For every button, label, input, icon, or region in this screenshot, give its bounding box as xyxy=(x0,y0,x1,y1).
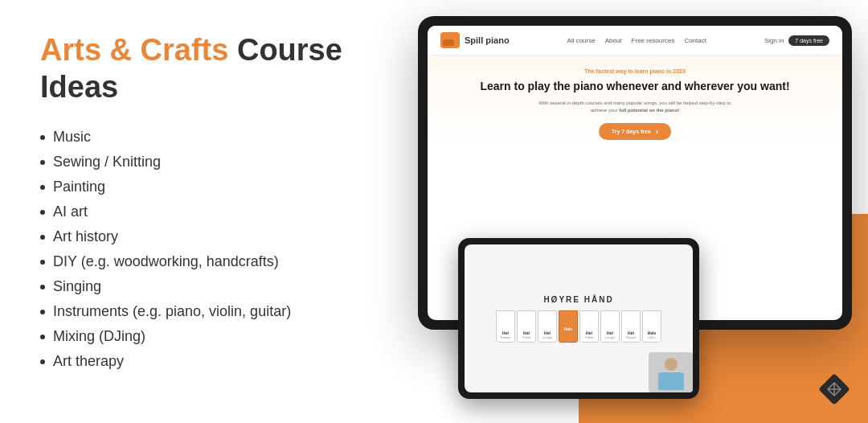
piano-key-6: Hel Lengst xyxy=(600,310,620,343)
bullet-icon xyxy=(40,160,45,165)
list-item-text: Mixing (DJing) xyxy=(53,328,145,345)
list-item: Mixing (DJing) xyxy=(40,324,354,349)
list-item-text: DIY (e.g. woodworking, handcrafts) xyxy=(53,253,279,270)
list-item-text: Instruments (e.g. piano, violin, guitar) xyxy=(53,303,291,320)
key-sublabel: Lengst xyxy=(605,335,615,339)
page-container: Arts & Crafts Course Ideas MusicSewing /… xyxy=(0,0,868,423)
list-item-text: Art therapy xyxy=(53,353,124,370)
piano-key-7: Hel Ringef xyxy=(621,310,641,343)
list-item: AI art xyxy=(40,199,354,224)
key-arrow-indicator xyxy=(563,333,573,339)
piano-key-4-active: Halv xyxy=(559,310,578,343)
bullet-icon xyxy=(40,359,45,364)
person-head xyxy=(665,358,678,371)
person-body xyxy=(658,372,684,390)
bullet-icon xyxy=(40,310,45,314)
piano-section-title: HØYRE HÅND xyxy=(543,295,613,304)
piano-keys-container: Hel Tomme Hal Pekel Hel Lengst Halv xyxy=(496,310,661,343)
key-label: Halv xyxy=(564,326,573,331)
list-item: Sewing / Knitting xyxy=(40,150,354,175)
piano-key-3: Hel Lengst xyxy=(538,310,557,343)
nav-contact[interactable]: Contact xyxy=(684,37,706,44)
hero-cta-button[interactable]: Try 7 days free xyxy=(599,123,671,140)
list-item-text: Music xyxy=(53,129,91,146)
key-sublabel: Lengst xyxy=(542,335,552,339)
list-item: DIY (e.g. woodworking, handcrafts) xyxy=(40,249,354,274)
nav-allcourse[interactable]: All course xyxy=(567,37,596,44)
logo-text: Spill piano xyxy=(465,35,510,45)
list-item: Instruments (e.g. piano, violin, guitar) xyxy=(40,299,354,324)
piano-key-8: Halv Lillen xyxy=(642,310,661,343)
logo-icon xyxy=(440,32,460,48)
title-highlight: Arts & Crafts xyxy=(40,33,228,67)
brand-svg xyxy=(817,372,852,407)
list-item: Music xyxy=(40,125,354,150)
instructor-silhouette xyxy=(658,355,684,390)
hero-subtitle: The fastest way to learn piano in 2023 xyxy=(452,68,818,74)
list-item-text: Singing xyxy=(53,278,101,295)
nav-resources[interactable]: Free resources xyxy=(632,37,675,44)
instructor-thumbnail xyxy=(649,352,693,392)
small-tablet-mockup: HØYRE HÅND Hel Tomme Hal Pekel Hel Lengs… xyxy=(458,238,699,399)
list-item: Art history xyxy=(40,224,354,249)
list-item-text: Art history xyxy=(53,228,118,245)
course-list: MusicSewing / KnittingPaintingAI artArt … xyxy=(40,125,354,374)
website-logo: Spill piano xyxy=(440,32,510,48)
right-panel: Spill piano All course About Free resour… xyxy=(394,0,868,423)
nav-cta-button[interactable]: 7 days free xyxy=(788,35,829,46)
key-sublabel: Lillen xyxy=(648,335,655,339)
list-item: Painting xyxy=(40,175,354,199)
key-sublabel: Ringef xyxy=(626,335,636,339)
nav-links: All course About Free resources Contact xyxy=(567,37,706,44)
bullet-icon xyxy=(40,235,45,240)
bullet-icon xyxy=(40,135,45,140)
nav-signin[interactable]: Sign in xyxy=(764,37,784,44)
brand-diamond-icon xyxy=(817,372,852,407)
page-title: Arts & Crafts Course Ideas xyxy=(40,32,354,105)
piano-key-5: Hel Pekel xyxy=(579,310,599,343)
bullet-icon xyxy=(40,210,45,215)
brand-logo xyxy=(817,372,852,407)
hero-desc-bold: full potential on the piano! xyxy=(619,108,679,113)
bullet-icon xyxy=(40,285,45,290)
piano-key-2: Hal Pekel xyxy=(517,310,536,343)
hero-description: With several in-depth courses and many p… xyxy=(530,100,739,114)
website-navbar: Spill piano All course About Free resour… xyxy=(428,26,842,55)
left-panel: Arts & Crafts Course Ideas MusicSewing /… xyxy=(0,0,394,423)
list-item-text: Painting xyxy=(53,179,105,195)
list-item-text: Sewing / Knitting xyxy=(53,154,161,170)
key-sublabel: Pekel xyxy=(585,335,593,339)
key-sublabel: Tomme xyxy=(500,335,510,339)
list-item-text: AI art xyxy=(53,203,88,220)
bullet-icon xyxy=(40,335,45,339)
hero-title: Learn to play the piano whenever and whe… xyxy=(452,79,818,93)
list-item: Singing xyxy=(40,274,354,299)
nav-about[interactable]: About xyxy=(605,37,622,44)
website-hero: The fastest way to learn piano in 2023 L… xyxy=(428,55,842,148)
bullet-icon xyxy=(40,185,45,190)
piano-key-1: Hel Tomme xyxy=(496,310,515,343)
bullet-icon xyxy=(40,260,45,265)
key-sublabel: Pekel xyxy=(522,335,530,339)
list-item: Art therapy xyxy=(40,349,354,374)
